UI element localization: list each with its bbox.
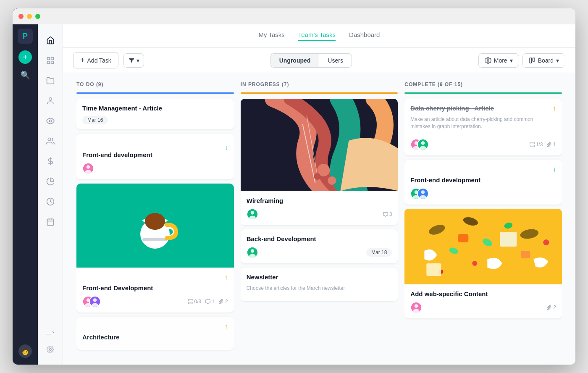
svg-point-22 bbox=[145, 213, 165, 230]
svg-point-71 bbox=[415, 304, 418, 308]
avatar-pink bbox=[82, 163, 94, 174]
more-label: More bbox=[494, 57, 507, 64]
todo-header: TO DO (9) bbox=[76, 81, 103, 87]
card-tag: Mar 16 bbox=[82, 116, 108, 124]
sidebar-item-folder[interactable] bbox=[42, 72, 59, 89]
svg-point-19 bbox=[85, 170, 91, 174]
sidebar-item-chart[interactable] bbox=[42, 173, 59, 190]
users-button[interactable]: Users bbox=[319, 53, 352, 68]
maximize-dot[interactable] bbox=[35, 14, 40, 19]
avatar-purple bbox=[89, 296, 101, 307]
priority-up-icon: ↑ bbox=[225, 323, 228, 330]
card-backend-dev[interactable]: Back-end Development Mar 18 bbox=[241, 229, 398, 263]
card-meta: 2 bbox=[547, 305, 556, 310]
svg-point-5 bbox=[49, 120, 51, 122]
tab-my-tasks[interactable]: My Tasks bbox=[259, 31, 285, 41]
card-title: Wireframing bbox=[247, 197, 392, 204]
card-body: Data cherry picking - Article Make an ar… bbox=[404, 99, 562, 155]
sidebar-item-dollar[interactable] bbox=[42, 153, 59, 170]
svg-rect-64 bbox=[521, 251, 530, 258]
sidebar-item-users[interactable] bbox=[42, 133, 59, 150]
add-task-label: Add Task bbox=[87, 57, 111, 64]
board-button[interactable]: Board ▾ bbox=[522, 53, 565, 68]
svg-rect-3 bbox=[47, 61, 50, 64]
svg-point-46 bbox=[421, 141, 425, 145]
tab-dashboard[interactable]: Dashboard bbox=[349, 31, 380, 41]
card-frontend-dev-image[interactable]: ↑ Front-end Development bbox=[76, 184, 234, 313]
card-footer: 2 bbox=[410, 302, 556, 313]
svg-rect-49 bbox=[530, 145, 534, 147]
svg-rect-31 bbox=[188, 302, 193, 304]
user-avatar[interactable]: 🧑 bbox=[18, 344, 32, 358]
card-footer: Mar 18 bbox=[247, 247, 392, 258]
filter-button[interactable]: ▾ bbox=[123, 53, 144, 68]
search-icon[interactable]: 🔍 bbox=[17, 67, 33, 83]
inprogress-header: IN PROGRESS (7) bbox=[241, 81, 289, 87]
svg-point-55 bbox=[420, 195, 426, 199]
attachment-count: 2 bbox=[547, 305, 556, 310]
card-newsletter[interactable]: Newsletter Choose the articles for the M… bbox=[241, 268, 398, 301]
logo[interactable]: P bbox=[18, 29, 33, 44]
ungrouped-button[interactable]: Ungrouped bbox=[270, 53, 319, 68]
card-title: Front-end development bbox=[410, 176, 556, 184]
svg-point-18 bbox=[87, 165, 90, 169]
card-time-management[interactable]: Time Management - Article Mar 16 bbox=[76, 99, 234, 129]
card-body: ↓ Front-end development bbox=[76, 134, 234, 179]
sidebar-item-calendar[interactable] bbox=[42, 213, 59, 230]
card-data-cherry[interactable]: Data cherry picking - Article Make an ar… bbox=[404, 99, 562, 155]
card-frontend-dev-todo[interactable]: ↓ Front-end development bbox=[76, 134, 234, 179]
card-title: Back-end Development bbox=[247, 235, 392, 242]
svg-point-38 bbox=[249, 215, 255, 220]
minimize-dot[interactable] bbox=[27, 14, 32, 19]
card-body: Wireframing 3 bbox=[241, 191, 398, 225]
priority-up-icon: ↑ bbox=[225, 273, 228, 281]
card-meta: 3 bbox=[383, 211, 392, 217]
close-dot[interactable] bbox=[18, 14, 24, 19]
add-task-button[interactable]: + Add Task bbox=[73, 52, 118, 68]
svg-point-28 bbox=[93, 298, 97, 302]
card-desc: Choose the articles for the March newsle… bbox=[247, 285, 392, 292]
main-content: My Tasks Team's Tasks Dashboard + Add Ta… bbox=[63, 8, 575, 365]
sidebar-item-home[interactable] bbox=[42, 32, 59, 49]
column-complete: COMPLETE (9 of 15) Data cherry picking -… bbox=[404, 81, 562, 356]
svg-point-29 bbox=[92, 303, 98, 307]
sidebar-item-eye[interactable] bbox=[42, 113, 59, 129]
card-image-art bbox=[241, 99, 398, 191]
avatar-green bbox=[247, 247, 258, 258]
more-chevron-icon: ▾ bbox=[510, 57, 513, 64]
priority-up-icon: ↑ bbox=[553, 105, 556, 112]
filter-icon bbox=[128, 57, 135, 64]
board: TO DO (9) Time Management - Article Mar … bbox=[63, 73, 575, 365]
card-avatars-row bbox=[82, 163, 228, 174]
card-title: Front-end development bbox=[82, 151, 228, 158]
card-body: ↑ Architecture bbox=[76, 317, 234, 350]
more-button[interactable]: More ▾ bbox=[478, 53, 519, 68]
card-body: Newsletter Choose the articles for the M… bbox=[241, 268, 398, 301]
tab-teams-tasks[interactable]: Team's Tasks bbox=[298, 31, 336, 41]
card-body: ↑ Front-end Development bbox=[76, 268, 234, 313]
top-nav: My Tasks Team's Tasks Dashboard bbox=[63, 24, 575, 48]
sidebar-item-board[interactable] bbox=[42, 52, 59, 69]
toolbar: + Add Task ▾ Ungrouped Users More ▾ bbox=[63, 48, 575, 73]
card-title: Data cherry picking - Article bbox=[410, 105, 549, 112]
sidebar-item-settings[interactable] bbox=[42, 341, 59, 358]
card-wireframing[interactable]: Wireframing 3 bbox=[241, 99, 398, 225]
toolbar-right: More ▾ Board ▾ bbox=[478, 53, 565, 68]
todo-bar bbox=[76, 92, 234, 94]
card-body: Back-end Development Mar 18 bbox=[241, 229, 398, 263]
global-add-button[interactable]: + bbox=[18, 50, 32, 64]
comment-count: 1 bbox=[205, 299, 215, 305]
complete-header-row: COMPLETE (9 of 15) bbox=[404, 81, 562, 91]
sidebar-item-user[interactable] bbox=[42, 92, 59, 109]
board-chevron-icon: ▾ bbox=[556, 57, 559, 64]
svg-point-13 bbox=[49, 349, 51, 351]
card-web-content[interactable]: Add web-specific Content bbox=[404, 209, 562, 318]
svg-rect-9 bbox=[47, 219, 53, 225]
avatar-pink bbox=[410, 302, 422, 313]
card-title: Newsletter bbox=[247, 273, 392, 281]
sidebar-item-clock[interactable] bbox=[42, 193, 59, 210]
sidebar-collapse-icon[interactable]: — ˅ bbox=[43, 328, 57, 339]
card-architecture[interactable]: ↑ Architecture bbox=[76, 317, 234, 350]
inprogress-bar bbox=[241, 92, 398, 94]
card-frontend-complete[interactable]: ↓ Front-end development bbox=[404, 160, 562, 205]
